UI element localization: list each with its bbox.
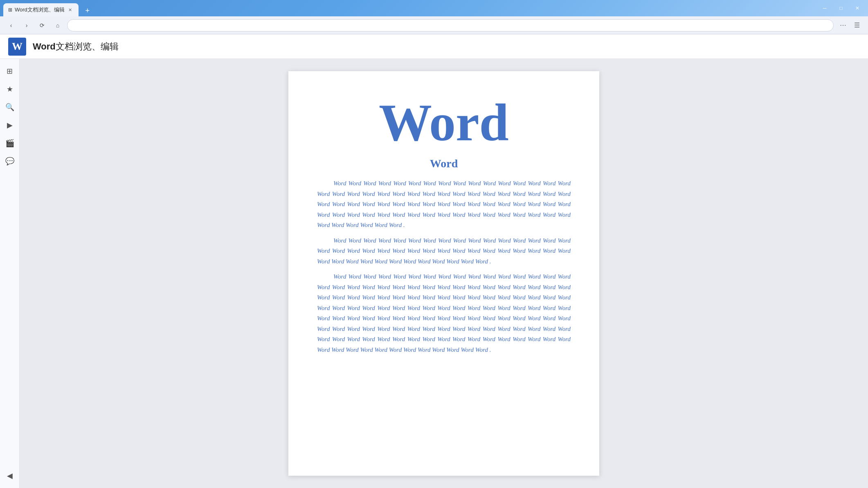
main-area: ⊞ ★ 🔍 ▶ 🎬 💬 ◀ Word Word Word Word Word W… bbox=[0, 59, 868, 488]
nav-extras: ⋯ ☰ bbox=[837, 19, 863, 31]
document-paragraph-1: Word Word Word Word Word Word Word Word … bbox=[317, 178, 571, 231]
tab-icon: ⊞ bbox=[8, 7, 12, 13]
app-header: W Word文档浏览、编辑 bbox=[0, 34, 868, 59]
refresh-button[interactable]: ⟳ bbox=[36, 19, 48, 31]
app-logo: W bbox=[8, 38, 26, 56]
hamburger-button[interactable]: ☰ bbox=[851, 19, 863, 31]
active-tab[interactable]: ⊞ Word文档浏览、编辑 ✕ bbox=[3, 3, 79, 16]
new-tab-button[interactable]: + bbox=[82, 5, 93, 16]
home-button[interactable]: ⌂ bbox=[52, 19, 64, 31]
maximize-button[interactable]: □ bbox=[834, 2, 848, 14]
back-button[interactable]: ‹ bbox=[5, 19, 17, 31]
forward-button[interactable]: › bbox=[20, 19, 33, 31]
tab-area: ⊞ Word文档浏览、编辑 ✕ + bbox=[3, 0, 93, 16]
document-paragraph-2: Word Word Word Word Word Word Word Word … bbox=[317, 236, 571, 267]
window-controls: ─ □ ✕ bbox=[817, 2, 865, 14]
app-title-bold: Word bbox=[33, 41, 56, 52]
document-page: Word Word Word Word Word Word Word Word … bbox=[288, 71, 599, 476]
more-button[interactable]: ⋯ bbox=[837, 19, 849, 31]
sidebar-icon-star[interactable]: ★ bbox=[2, 82, 17, 97]
close-button[interactable]: ✕ bbox=[850, 2, 865, 14]
sidebar-icon-grid[interactable]: ⊞ bbox=[2, 64, 17, 79]
document-big-title: Word bbox=[317, 96, 571, 149]
app-title: Word文档浏览、编辑 bbox=[33, 40, 119, 53]
tab-label: Word文档浏览、编辑 bbox=[15, 6, 65, 13]
document-subtitle: Word bbox=[317, 157, 571, 170]
minimize-button[interactable]: ─ bbox=[817, 2, 832, 14]
sidebar-icon-play[interactable]: ▶ bbox=[2, 118, 17, 133]
titlebar: ⊞ Word文档浏览、编辑 ✕ + ─ □ ✕ bbox=[0, 0, 868, 16]
sidebar-icon-chat[interactable]: 💬 bbox=[2, 154, 17, 169]
sidebar-icon-video[interactable]: 🎬 bbox=[2, 136, 17, 151]
document-paragraph-3: Word Word Word Word Word Word Word Word … bbox=[317, 272, 571, 355]
sidebar: ⊞ ★ 🔍 ▶ 🎬 💬 ◀ bbox=[0, 59, 20, 488]
navbar: ‹ › ⟳ ⌂ ⋯ ☰ bbox=[0, 16, 868, 34]
address-bar[interactable] bbox=[67, 19, 834, 31]
sidebar-icon-search[interactable]: 🔍 bbox=[2, 100, 17, 115]
sidebar-icon-collapse[interactable]: ◀ bbox=[2, 468, 17, 483]
tab-close-button[interactable]: ✕ bbox=[67, 7, 74, 13]
app-title-rest: 文档浏览、编辑 bbox=[56, 41, 119, 52]
document-area: Word Word Word Word Word Word Word Word … bbox=[20, 59, 868, 488]
